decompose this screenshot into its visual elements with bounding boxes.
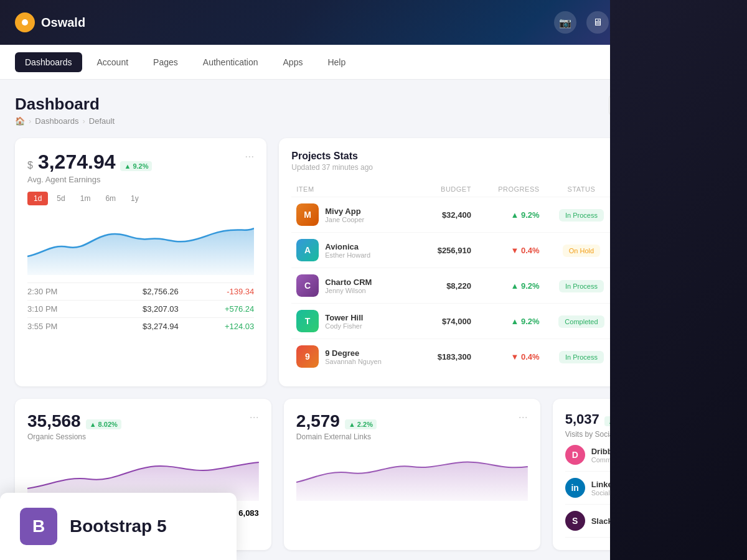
earnings-rows: 2:30 PM $2,756.26 -139.34 3:10 PM $3,207…: [27, 282, 254, 335]
social-badge: ▲ 2.2%: [604, 416, 636, 426]
domain-links-card: ··· 2,579 ▲ 2.2% Domain External Links: [284, 399, 540, 550]
project-view-button[interactable]: →: [687, 241, 704, 259]
project-person: Esther Howard: [325, 251, 370, 259]
project-budget: $183,300: [438, 352, 471, 362]
invite-button[interactable]: + Invite: [684, 12, 732, 32]
svg-text:M: M: [304, 210, 311, 220]
time-btn-5d[interactable]: 5d: [50, 192, 71, 205]
projects-title: Projects Stats: [291, 151, 373, 162]
project-view-button[interactable]: →: [687, 348, 704, 365]
project-person: Savannah Nguyen: [325, 358, 382, 365]
reports-button[interactable]: Reports: [682, 95, 732, 115]
domain-label: Domain External Links: [296, 432, 528, 441]
table-row: 9 9 Degree Savannah Nguyen $183,300 ▼ 0.…: [291, 339, 720, 375]
project-view-button[interactable]: →: [687, 312, 704, 330]
sessions-menu[interactable]: ···: [250, 411, 259, 422]
project-progress: ▼ 0.4%: [510, 352, 539, 362]
earnings-amount: 3,274.94: [38, 151, 116, 174]
project-item: C Charto CRM Jenny Wilson: [296, 274, 413, 297]
history-button[interactable]: History: [680, 151, 720, 167]
breadcrumb-default: Default: [89, 116, 115, 126]
project-icon: C: [296, 274, 319, 297]
earnings-row: 3:55 PM $3,274.94 +124.03: [27, 317, 254, 335]
col-status: STATUS: [545, 182, 619, 197]
col-progress: PROGRESS: [476, 182, 545, 197]
main-cards-row: ··· $ 3,274.94 ▲ 9.2% Avg. Agent Earning…: [15, 138, 732, 386]
project-name: Charto CRM: [325, 278, 372, 287]
project-progress: ▼ 0.4%: [510, 246, 539, 255]
canada-value: 6,083: [238, 508, 259, 518]
earnings-row: 3:10 PM $3,207.03 +576.24: [27, 300, 254, 317]
nav-account[interactable]: Account: [87, 52, 139, 72]
project-budget: $256,910: [438, 246, 471, 255]
new-project-button[interactable]: New Project: [609, 95, 677, 116]
project-item: M Mivy App Jane Cooper: [296, 203, 413, 226]
social-label: Visits by Social Networks: [565, 430, 720, 439]
col-budget: BUDGET: [418, 182, 476, 197]
social-item: D Dribbble Community 579 ▲ 2.6%: [565, 439, 720, 472]
earnings-card: ··· $ 3,274.94 ▲ 9.2% Avg. Agent Earning…: [15, 138, 266, 386]
time-buttons: 1d 5d 1m 6m 1y: [27, 192, 254, 205]
project-view-button[interactable]: →: [687, 206, 704, 223]
social-item: S Slack 794 ▲ 0.2%: [565, 505, 720, 538]
project-progress: ▲ 9.2%: [510, 317, 539, 326]
social-type: Community: [591, 456, 626, 464]
time-btn-1d[interactable]: 1d: [27, 192, 48, 205]
social-badge: ▲ 2.6%: [688, 450, 720, 460]
svg-text:T: T: [305, 316, 311, 326]
bootstrap-label: Bootstrap 5: [70, 516, 167, 536]
secondary-navigation: Dashboards Account Pages Authentication …: [0, 45, 747, 80]
status-badge: On Hold: [563, 245, 600, 257]
projects-table: ITEM BUDGET PROGRESS STATUS CHART VIEW: [291, 182, 720, 374]
logo-icon: [15, 12, 35, 32]
social-name: Dribbble: [591, 447, 626, 456]
project-icon: T: [296, 310, 319, 332]
project-item: 9 9 Degree Savannah Nguyen: [296, 345, 413, 368]
project-item: T Tower Hill Cody Fisher: [296, 310, 413, 332]
domain-badge: ▲ 2.2%: [345, 419, 377, 429]
time-btn-1m[interactable]: 1m: [74, 192, 97, 205]
svg-text:A: A: [304, 245, 311, 255]
nav-dashboards[interactable]: Dashboards: [15, 52, 82, 72]
domain-chart: [296, 451, 528, 501]
earnings-badge: ▲ 9.2%: [120, 161, 152, 171]
earnings-chart: [27, 213, 254, 275]
project-budget: $8,220: [446, 281, 471, 291]
project-chart: [631, 348, 669, 363]
project-chart: [631, 242, 669, 257]
avatar[interactable]: U: [651, 11, 674, 34]
project-budget: $32,400: [442, 210, 471, 220]
social-items: D Dribbble Community 579 ▲ 2.6% in Linke…: [565, 439, 720, 538]
top-navigation: Oswald 📷 🖥 ⚡ U + Invite: [0, 0, 747, 45]
project-chart: [631, 313, 669, 328]
time-btn-1y[interactable]: 1y: [125, 192, 145, 205]
search-icon: 🔍: [622, 57, 632, 67]
table-row: M Mivy App Jane Cooper $32,400 ▲ 9.2% In…: [291, 197, 720, 233]
search-area: 🔍: [614, 54, 732, 71]
social-badge: ▼ 0.4%: [688, 483, 720, 493]
project-icon: 9: [296, 345, 319, 368]
search-input[interactable]: [637, 57, 725, 67]
social-badge: ▲ 0.2%: [688, 516, 720, 526]
project-name: 9 Degree: [325, 348, 382, 358]
domain-menu[interactable]: ···: [519, 411, 528, 422]
bootstrap-overlay: B Bootstrap 5: [0, 493, 237, 560]
nav-authentication[interactable]: Authentication: [193, 52, 268, 72]
social-count: 579: [667, 450, 682, 460]
breadcrumb-dashboards: Dashboards: [35, 116, 78, 126]
project-person: Jane Cooper: [325, 216, 364, 223]
page-title: Dashboard: [15, 95, 115, 114]
camera-icon[interactable]: 📷: [554, 11, 576, 34]
project-icon: A: [296, 239, 319, 261]
earnings-label: Avg. Agent Earnings: [27, 175, 254, 184]
earnings-menu[interactable]: ···: [245, 151, 254, 162]
project-view-button[interactable]: →: [687, 277, 704, 294]
time-btn-6m[interactable]: 6m: [99, 192, 122, 205]
nav-apps[interactable]: Apps: [273, 52, 313, 72]
social-count: 1,088: [660, 483, 682, 493]
social-name: Slack: [591, 516, 613, 526]
nav-pages[interactable]: Pages: [143, 52, 188, 72]
nav-help[interactable]: Help: [317, 52, 355, 72]
share-icon[interactable]: ⚡: [619, 11, 641, 34]
monitor-icon[interactable]: 🖥: [586, 11, 609, 34]
